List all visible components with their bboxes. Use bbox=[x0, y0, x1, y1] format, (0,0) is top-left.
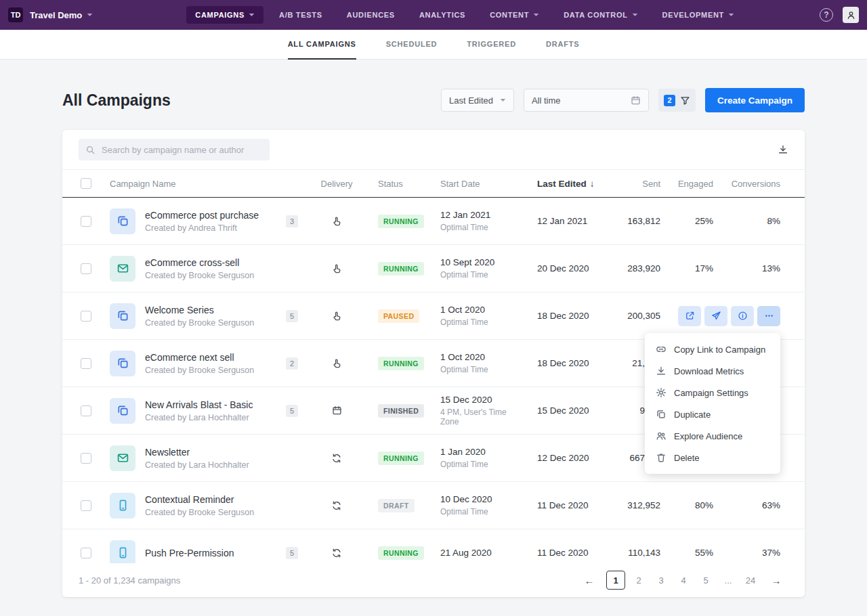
campaign-name[interactable]: Newsletter bbox=[145, 447, 249, 458]
sort-desc-arrow-icon: ↓ bbox=[590, 179, 595, 189]
page-button-3[interactable]: 3 bbox=[652, 571, 670, 590]
menu-item-copy-link-to-campaign[interactable]: Copy Link to Campaign bbox=[645, 338, 780, 360]
trash-icon bbox=[656, 452, 667, 463]
campaign-name[interactable]: Welcome Series bbox=[145, 305, 254, 315]
last-edited: 12 Dec 2020 bbox=[523, 453, 621, 463]
send-icon bbox=[711, 311, 721, 321]
send-campaign-button[interactable] bbox=[704, 306, 727, 326]
menu-item-campaign-settings[interactable]: Campaign Settings bbox=[645, 382, 780, 403]
table-row[interactable]: eCommerce post purchase Created by Andre… bbox=[62, 198, 805, 245]
last-edited: 18 Dec 2020 bbox=[523, 311, 621, 321]
column-engaged[interactable]: Engaged bbox=[675, 179, 729, 189]
user-avatar-button[interactable] bbox=[843, 7, 859, 23]
nav-item-campaigns[interactable]: CAMPAIGNS bbox=[186, 6, 263, 24]
search-icon bbox=[85, 145, 96, 155]
sent-value: 312,952 bbox=[621, 500, 675, 510]
next-page-button[interactable]: → bbox=[767, 571, 785, 590]
campaign-name[interactable]: Push Pre-Permission bbox=[145, 548, 234, 558]
campaign-name[interactable]: eCommerce post purchase bbox=[145, 210, 259, 221]
sort-select[interactable]: Last Edited bbox=[441, 89, 514, 112]
tab-all-campaigns[interactable]: ALL CAMPAIGNS bbox=[288, 30, 356, 60]
column-campaign-name[interactable]: Campaign Name bbox=[110, 179, 286, 189]
row-checkbox[interactable] bbox=[81, 500, 91, 511]
primary-nav: CAMPAIGNSA/B TESTSAUDIENCESANALYTICSCONT… bbox=[186, 6, 743, 24]
row-checkbox[interactable] bbox=[81, 216, 91, 227]
column-sent[interactable]: Sent bbox=[621, 179, 675, 189]
table-row[interactable]: eCommerce cross-sell Created by Brooke S… bbox=[62, 245, 805, 292]
page-ellipsis: ... bbox=[719, 571, 737, 590]
date-range-select[interactable]: All time bbox=[524, 89, 649, 112]
page-button-4[interactable]: 4 bbox=[675, 571, 692, 590]
column-delivery[interactable]: Delivery bbox=[313, 179, 360, 189]
campaign-name[interactable]: eCommerce cross-sell bbox=[145, 257, 254, 268]
nav-item-audiences[interactable]: AUDIENCES bbox=[338, 6, 404, 24]
page-button-24[interactable]: 24 bbox=[742, 571, 759, 590]
start-date: 1 Oct 2020 bbox=[440, 305, 523, 315]
open-campaign-button[interactable] bbox=[678, 306, 701, 326]
menu-item-duplicate[interactable]: Duplicate bbox=[645, 403, 780, 425]
multichannel-icon bbox=[110, 398, 135, 424]
column-status[interactable]: Status bbox=[360, 179, 428, 189]
chevron-down-icon bbox=[249, 13, 255, 17]
menu-item-explore-audience[interactable]: Explore Audience bbox=[645, 425, 780, 447]
table-row[interactable]: Push Pre-Permission 5 RUNNING 21 Aug 202… bbox=[62, 529, 805, 563]
variant-count-badge: 2 bbox=[286, 357, 298, 370]
tab-scheduled[interactable]: SCHEDULED bbox=[386, 30, 438, 60]
conversions-value: 37% bbox=[729, 548, 805, 558]
row-checkbox[interactable] bbox=[81, 453, 91, 464]
start-date-detail: Optimal Time bbox=[440, 460, 523, 469]
help-icon[interactable]: ? bbox=[820, 8, 833, 22]
nav-item-analytics[interactable]: ANALYTICS bbox=[410, 6, 474, 24]
table-row[interactable]: Contextual Reminder Created by Brooke Se… bbox=[62, 482, 805, 529]
row-checkbox[interactable] bbox=[81, 548, 91, 558]
column-last-edited[interactable]: Last Edited ↓ bbox=[523, 179, 621, 189]
create-campaign-button[interactable]: Create Campaign bbox=[705, 88, 805, 112]
sent-value: 110,143 bbox=[621, 548, 675, 558]
start-date-detail: Optimal Time bbox=[440, 223, 523, 232]
workspace-switcher[interactable]: Travel Demo bbox=[30, 10, 93, 20]
start-date-detail: 4 PM, User's Time Zone bbox=[440, 408, 523, 426]
menu-item-download-metrics[interactable]: Download Metrics bbox=[645, 360, 780, 382]
chevron-down-icon bbox=[533, 13, 539, 17]
conversions-value: 13% bbox=[729, 263, 805, 273]
link-icon bbox=[656, 344, 667, 355]
page-button-1[interactable]: 1 bbox=[606, 571, 625, 590]
audience-icon bbox=[656, 431, 667, 441]
search-input[interactable] bbox=[102, 145, 263, 155]
campaign-name[interactable]: eCommerce next sell bbox=[145, 352, 254, 363]
external-link-icon bbox=[685, 311, 695, 321]
campaign-name[interactable]: Contextual Reminder bbox=[145, 494, 254, 505]
select-all-checkbox[interactable] bbox=[81, 178, 91, 189]
multichannel-icon bbox=[110, 208, 135, 234]
conversions-value: 8% bbox=[729, 216, 805, 226]
sent-value: 283,920 bbox=[621, 263, 675, 273]
row-checkbox[interactable] bbox=[81, 311, 91, 322]
export-download-button[interactable] bbox=[778, 144, 788, 155]
column-start-date[interactable]: Start Date bbox=[428, 179, 523, 189]
status-badge: RUNNING bbox=[378, 262, 424, 276]
workspace-logo[interactable]: TD bbox=[8, 7, 23, 22]
page-button-2[interactable]: 2 bbox=[630, 571, 648, 590]
email-icon bbox=[110, 256, 135, 282]
menu-item-delete[interactable]: Delete bbox=[645, 447, 780, 468]
page-title: All Campaigns bbox=[62, 91, 171, 110]
row-checkbox[interactable] bbox=[81, 405, 91, 416]
tab-triggered[interactable]: TRIGGERED bbox=[467, 30, 516, 60]
more-actions-button[interactable] bbox=[757, 306, 780, 326]
gear-icon bbox=[656, 387, 667, 398]
nav-item-a-b-tests[interactable]: A/B TESTS bbox=[270, 6, 331, 24]
campaign-info-button[interactable] bbox=[731, 306, 754, 326]
row-checkbox[interactable] bbox=[81, 263, 91, 274]
campaign-name[interactable]: New Arrivals Blast - Basic bbox=[145, 399, 253, 410]
row-checkbox[interactable] bbox=[81, 358, 91, 369]
prev-page-button[interactable]: ← bbox=[580, 571, 598, 590]
tab-drafts[interactable]: DRAFTS bbox=[546, 30, 579, 60]
nav-item-data-control[interactable]: DATA CONTROL bbox=[555, 6, 646, 24]
row-context-menu: Copy Link to CampaignDownload MetricsCam… bbox=[645, 333, 780, 474]
nav-item-content[interactable]: CONTENT bbox=[481, 6, 548, 24]
nav-item-development[interactable]: DEVELOPMENT bbox=[654, 6, 743, 24]
filter-button[interactable]: 2 bbox=[658, 89, 696, 112]
page-button-5[interactable]: 5 bbox=[697, 571, 715, 590]
info-icon bbox=[738, 311, 748, 321]
column-conversions[interactable]: Conversions bbox=[729, 179, 805, 189]
